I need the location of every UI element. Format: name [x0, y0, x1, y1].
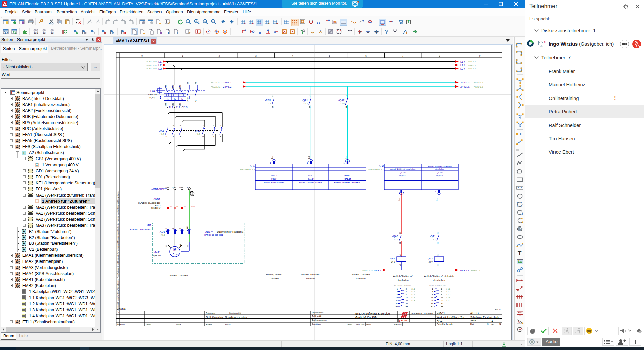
svg-text:/ 1.1: / 1.1 [411, 294, 415, 296]
svg-text:EPLAN Software & Service: EPLAN Software & Service [355, 312, 390, 315]
svg-text:1: 1 [165, 187, 167, 188]
svg-text:-FC1: -FC1 [265, 99, 271, 102]
svg-text:/ 1.2: / 1.2 [446, 288, 450, 290]
svg-text:=GD1/ 2.3 /: =GD1/ 2.3 / [362, 269, 373, 271]
svg-text:A1: A1 [437, 254, 439, 256]
svg-text:43: 43 [431, 305, 433, 307]
svg-text:-QA2: -QA2 [338, 99, 345, 102]
svg-text:24V3.1: 24V3.1 [223, 81, 232, 84]
svg-text:2.1: 2.1 [436, 198, 438, 201]
svg-text:2: 2 [202, 136, 204, 137]
svg-text:-QA2:A1: -QA2:A1 [436, 172, 443, 174]
svg-text:4: 4 [441, 291, 442, 293]
svg-text:BK: BK [177, 206, 179, 208]
svg-text:1: 1 [343, 162, 344, 164]
svg-text:3: 3 [173, 253, 174, 256]
svg-text:41: 41 [195, 82, 197, 84]
svg-text:HAR.10 20 003 0001: HAR.10 20 003 0001 [204, 234, 223, 236]
svg-text:-QA1: -QA1 [430, 235, 436, 238]
svg-text:+A2: +A2 [437, 319, 442, 322]
svg-text:2: 2 [172, 187, 174, 188]
svg-text:1.4: 1.4 [308, 156, 310, 159]
svg-text:5: 5 [329, 55, 330, 57]
svg-text:W1: W1 [179, 244, 181, 247]
svg-text:=KF1&EFA5/ 1.7: =KF1&EFA5/ 1.7 [368, 168, 384, 170]
svg-text:A2: A2 [437, 264, 439, 266]
svg-text:3: 3 [213, 125, 215, 126]
svg-text:4: 4 [187, 187, 188, 188]
svg-text:PE: PE [187, 244, 189, 247]
svg-text:1: 1 [165, 228, 167, 229]
svg-text:1: 1 [435, 191, 436, 193]
svg-text:6: 6 [179, 136, 181, 137]
svg-text:=MA2/ 1.7: =MA2/ 1.7 [471, 269, 480, 271]
svg-text:=GB1-XD2: =GB1-XD2 [151, 188, 165, 191]
svg-text:=KF1&EFA5/ 1.5: =KF1&EFA5/ 1.5 [240, 168, 255, 170]
svg-text:Schleifmaschine Grundlagensemi: Schleifmaschine Grundlagenseminar [206, 316, 247, 319]
svg-text:1: 1 [397, 288, 398, 290]
svg-text:6: 6 [441, 294, 442, 296]
svg-text:14: 14 [441, 296, 443, 299]
svg-text:92: 92 [499, 323, 501, 325]
svg-text:2: 2 [35, 32, 37, 34]
svg-text:Bearb.: Bearb. [366, 323, 371, 325]
svg-text:33: 33 [187, 82, 189, 84]
svg-text:300/500 V: 300/500 V [151, 207, 160, 209]
svg-text:B: B [252, 22, 254, 25]
svg-text:1: 1 [307, 162, 308, 164]
svg-text:44: 44 [441, 305, 443, 307]
svg-text:0: 0 [141, 55, 143, 57]
svg-text:/ 1.7: / 1.7 [160, 133, 164, 135]
svg-text:14: 14 [309, 106, 311, 108]
svg-text:2: 2 [52, 32, 54, 34]
svg-text:&EFS: &EFS [470, 311, 479, 315]
svg-text:x: x [544, 40, 546, 44]
svg-text:Antrieb "Zuführen" einschalten: Antrieb "Zuführen" einschalten [390, 168, 415, 170]
svg-text:=GD1/ 2.3 /: =GD1/ 2.3 / [211, 86, 221, 88]
svg-text:46: 46 [487, 323, 489, 325]
svg-text:24V3.2: 24V3.2 [223, 85, 232, 88]
svg-text:Seite: Seite [470, 319, 476, 322]
svg-text:21: 21 [399, 232, 401, 234]
svg-text:GNYE: GNYE [191, 206, 195, 208]
svg-text:=MA2/ 1.3: =MA2/ 1.3 [474, 82, 483, 84]
svg-text:8: 8 [439, 55, 440, 57]
svg-text:Schaltplan Elektrotechnik: Schaltplan Elektrotechnik [470, 316, 499, 319]
svg-text:GY: GY [184, 206, 186, 208]
svg-text:E: E [276, 22, 278, 25]
svg-text:L1 /: L1 / [460, 60, 465, 63]
svg-text:14: 14 [345, 106, 347, 108]
svg-text:=MA2/ 1.1: =MA2/ 1.1 [468, 68, 478, 70]
svg-text:Störung Antrieb Zuführen: Störung Antrieb Zuführen [263, 181, 284, 183]
svg-text:Änderung: Änderung [117, 323, 125, 325]
svg-text:Teil 1 und 2: Teil 1 und 2 [312, 315, 321, 317]
svg-text:U1: U1 [165, 244, 167, 247]
svg-text:=GB1/ 1.9 /: =GB1/ 1.9 / [146, 68, 157, 70]
svg-text:/ 1.7: / 1.7 [304, 102, 308, 104]
svg-text:von: von [491, 323, 494, 325]
svg-text:22: 22 [406, 300, 408, 302]
svg-text:3: 3 [255, 55, 257, 57]
svg-text:-QA1:A1: -QA1:A1 [399, 172, 406, 174]
svg-text:13: 13 [396, 296, 398, 299]
svg-text:PLAN: PLAN [401, 319, 407, 322]
svg-text:13: 13 [309, 95, 311, 97]
svg-text:24V3.2 /: 24V3.2 / [460, 85, 471, 88]
svg-text:Antrieb "Zuführen": Antrieb "Zuführen" [351, 273, 371, 276]
svg-text:2: 2 [219, 55, 220, 57]
svg-text:5/L3: 5/L3 [179, 85, 181, 89]
svg-text:21: 21 [396, 300, 398, 302]
svg-text:6: 6 [220, 136, 222, 137]
svg-text:2: 2 [441, 288, 442, 290]
svg-text:1: 1 [182, 55, 183, 57]
svg-text:Werkstück zuführen: Tra: Werkstück zuführen: Tra [437, 316, 464, 319]
svg-text:WIR01101: WIR01101 [394, 323, 402, 325]
svg-text:A2: A2 [399, 264, 401, 266]
svg-text:-KF2: -KF2 [378, 164, 384, 167]
svg-text:/ 1.2: / 1.2 [161, 234, 165, 236]
svg-text:13: 13 [345, 95, 347, 97]
svg-text:/ 1.1: / 1.1 [411, 291, 415, 293]
svg-text:A: A [244, 22, 246, 25]
svg-text:3: 3 [179, 228, 181, 229]
svg-text:=GD1/ 2.3 /: =GD1/ 2.3 / [211, 82, 221, 84]
